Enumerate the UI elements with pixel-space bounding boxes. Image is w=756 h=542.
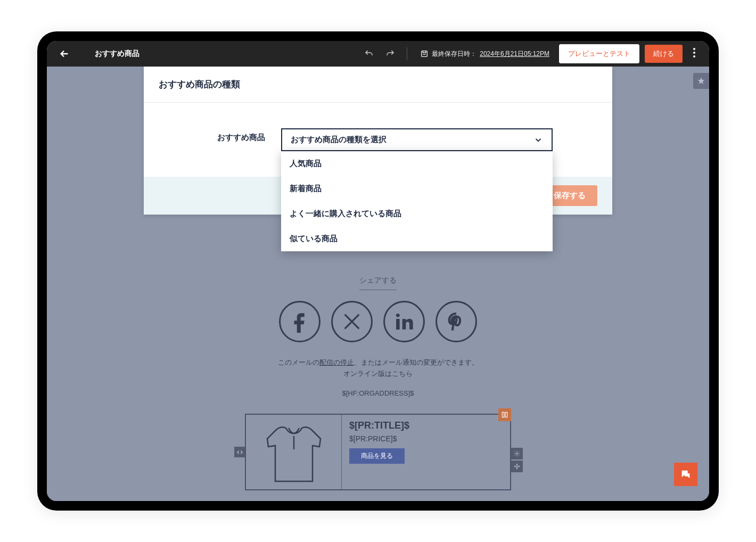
dropdown-option-popular[interactable]: 人気商品 [281,151,553,176]
pinterest-icon[interactable] [435,301,477,342]
panel-title: おすすめ商品の種類 [159,78,597,91]
product-image [246,415,342,489]
linkedin-icon[interactable] [383,301,425,342]
svg-point-9 [693,55,695,58]
field-label: おすすめ商品 [159,128,265,143]
dropdown-menu: 人気商品 新着商品 よく一緒に購入されている商品 似ている商品 [281,151,553,251]
gear-icon[interactable] [511,448,523,459]
svg-point-7 [693,48,695,50]
svg-rect-0 [396,319,400,330]
view-product-button[interactable]: 商品を見る [349,448,405,464]
more-menu-button[interactable] [688,48,701,60]
share-title: シェアする [359,276,397,290]
column-layout-icon[interactable] [498,408,511,421]
continue-button[interactable]: 続ける [645,45,683,63]
undo-button[interactable] [361,46,377,62]
redo-button[interactable] [382,46,398,62]
facebook-icon[interactable] [279,301,321,342]
product-title: $[PR:TITLE]$ [349,420,503,431]
svg-point-1 [396,314,400,317]
email-preview: シェアする このメールの配信の停止、またはメー [229,275,527,397]
unsubscribe-link[interactable]: 配信の停止 [319,358,354,366]
star-icon[interactable] [693,73,709,89]
last-saved-info[interactable]: 最終保存日時：2024年6月21日05:12PM [416,47,554,61]
org-address: $[HF:ORGADDRESS]$ [229,389,527,397]
dropdown-option-similar[interactable]: 似ている商品 [281,226,553,251]
svg-point-8 [693,52,695,54]
product-block[interactable]: $[PR:TITLE]$ $[PR:PRICE]$ 商品を見る [245,414,511,490]
x-twitter-icon[interactable] [331,301,373,342]
move-icon[interactable] [511,461,523,472]
header-bar: おすすめ商品 最終保存日時：2024年6月21日05:12PM プレビューとテス… [47,41,709,67]
recommendation-type-panel: おすすめ商品の種類 おすすめ商品 おすすめ商品の種類を選択 人気商品 新着商品 … [144,67,612,215]
preview-test-button[interactable]: プレビューとテスト [559,44,639,63]
svg-rect-6 [422,51,428,57]
dropdown-option-new[interactable]: 新着商品 [281,176,553,201]
svg-rect-2 [502,412,504,417]
social-icons-row [229,301,527,342]
svg-point-4 [516,453,518,455]
dropdown-option-bought-together[interactable]: よく一緒に購入されている商品 [281,201,553,226]
back-button[interactable] [55,45,73,63]
svg-rect-3 [505,412,507,417]
product-price: $[PR:PRICE]$ [349,434,503,443]
code-icon[interactable] [234,447,245,457]
recommendation-type-select[interactable]: おすすめ商品の種類を選択 [281,128,553,151]
save-icon [420,50,429,58]
page-title: おすすめ商品 [95,49,139,59]
email-footer: このメールの配信の停止、またはメール通知の変更ができます。 オンライン版はこちら [229,357,527,380]
chat-fab[interactable] [674,463,697,486]
chevron-down-icon [533,135,543,145]
